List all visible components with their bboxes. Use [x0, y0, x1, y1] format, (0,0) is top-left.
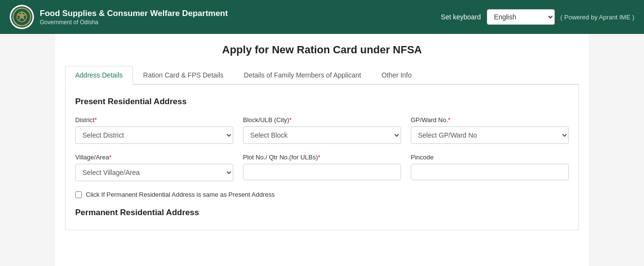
- plot-required: *: [318, 154, 321, 161]
- district-select[interactable]: Select District: [75, 126, 233, 144]
- form-row-2: Village/Area* Select Village/Area Plot N…: [75, 154, 569, 181]
- plot-label: Plot No./ Qtr No.(for ULBs)*: [243, 154, 401, 161]
- page-title: Apply for New Ration Card under NFSA: [65, 44, 579, 56]
- gp-ward-select[interactable]: Select GP/Ward No: [411, 126, 569, 144]
- gp-required: *: [448, 116, 451, 124]
- org-name: Food Supplies & Consumer Welfare Departm…: [40, 8, 228, 19]
- gp-ward-group: GP/Ward No.* Select GP/Ward No: [411, 116, 569, 144]
- block-label: Block/ULB (City)*: [243, 116, 401, 124]
- form-section: Present Residential Address District* Se…: [65, 85, 579, 230]
- tab-address-details[interactable]: Address Details: [65, 66, 133, 85]
- tab-bar: Address Details Ration Card & FPS Detail…: [65, 66, 579, 85]
- tab-other-info[interactable]: Other Info: [371, 66, 422, 85]
- plot-group: Plot No./ Qtr No.(for ULBs)*: [243, 154, 401, 181]
- same-address-row: Click If Permanent Residential Address i…: [75, 191, 569, 198]
- logo: [10, 5, 34, 29]
- header-text: Food Supplies & Consumer Welfare Departm…: [40, 8, 228, 26]
- same-address-label[interactable]: Click If Permanent Residential Address i…: [86, 191, 274, 198]
- district-label: District*: [75, 116, 233, 124]
- block-group: Block/ULB (City)* Select Block: [243, 116, 401, 144]
- pincode-input[interactable]: [411, 164, 569, 180]
- block-required: *: [289, 116, 291, 124]
- header-right: Set keyboard English Odia ( Powered by A…: [441, 9, 634, 25]
- village-select[interactable]: Select Village/Area: [75, 164, 233, 181]
- permanent-address-title: Permanent Residential Address: [75, 208, 569, 218]
- gp-label: GP/Ward No.*: [411, 116, 569, 124]
- same-address-checkbox[interactable]: [75, 191, 82, 198]
- present-address-title: Present Residential Address: [75, 97, 569, 107]
- village-label: Village/Area*: [75, 154, 233, 161]
- pincode-label: Pincode: [411, 154, 569, 161]
- plot-input[interactable]: [243, 164, 401, 180]
- district-group: District* Select District: [75, 116, 233, 144]
- main-content: Apply for New Ration Card under NFSA Add…: [55, 34, 589, 266]
- keyboard-label: Set keyboard: [441, 13, 481, 21]
- emblem-icon: [11, 6, 32, 28]
- block-select[interactable]: Select Block: [243, 126, 401, 144]
- pincode-group: Pincode: [411, 154, 569, 181]
- powered-by-text: ( Powered by Aprant IME ): [561, 14, 634, 21]
- village-group: Village/Area* Select Village/Area: [75, 154, 233, 181]
- village-required: *: [109, 154, 112, 161]
- district-required: *: [95, 116, 97, 124]
- tab-family-members[interactable]: Details of Family Members of Applicant: [234, 66, 371, 85]
- tab-ration-card-fps[interactable]: Ration Card & FPS Details: [133, 66, 234, 85]
- gov-name: Government of Odisha: [40, 19, 228, 26]
- site-header: Food Supplies & Consumer Welfare Departm…: [0, 0, 644, 34]
- language-select[interactable]: English Odia: [487, 9, 555, 25]
- header-left: Food Supplies & Consumer Welfare Departm…: [10, 5, 228, 29]
- form-row-1: District* Select District Block/ULB (Cit…: [75, 116, 569, 144]
